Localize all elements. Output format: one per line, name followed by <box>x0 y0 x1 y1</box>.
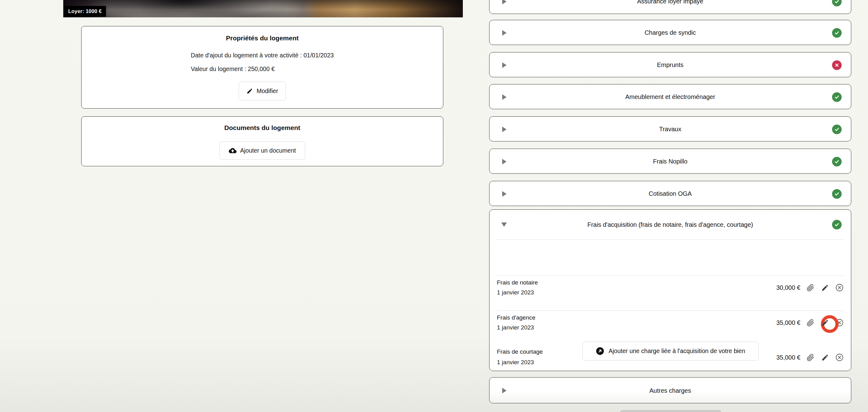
accordion-header[interactable]: Ameublement et électroménager <box>490 84 851 110</box>
status-ok-icon <box>832 0 842 6</box>
divider <box>497 311 843 311</box>
accordion-emprunts: Emprunts <box>489 52 851 77</box>
properties-card: Propriétés du logement Date d'ajout du l… <box>81 26 443 109</box>
divider <box>497 239 843 240</box>
accordion-header[interactable]: Frais d'acquisition (frais de notaire, f… <box>490 210 851 239</box>
edit-button-label: Modifier <box>257 87 278 95</box>
fee-name: Frais d'agence <box>497 313 535 322</box>
accordion-autres-charges: Autres charges <box>489 377 851 403</box>
attachment-icon[interactable] <box>806 318 815 327</box>
documents-card: Documents du logement Ajouter un documen… <box>81 116 443 166</box>
status-ok-icon <box>832 157 842 166</box>
fee-date: 1 janvier 2023 <box>497 288 534 297</box>
chevron-right-icon <box>502 191 506 197</box>
add-acquisition-charge-button[interactable]: Ajouter une charge liée à l'acquisition … <box>583 342 758 360</box>
pencil-icon <box>246 88 253 94</box>
accordion-frais-nopillo: Frais Nopillo <box>489 149 851 174</box>
add-document-label: Ajouter un document <box>240 147 296 154</box>
chevron-right-icon <box>502 159 506 165</box>
accordion-label: Charges de syndic <box>517 20 823 45</box>
status-ok-icon <box>832 189 842 199</box>
accordion-label: Autres charges <box>517 378 823 404</box>
accordion-ameublement: Ameublement et électroménager <box>489 84 851 109</box>
below-fold-element[interactable] <box>620 410 721 412</box>
status-ok-icon <box>832 28 842 37</box>
fee-amount: 35,000 € <box>776 354 800 361</box>
chevron-right-icon <box>502 0 506 4</box>
arrow-up-right-circle-icon <box>596 347 604 355</box>
edit-icon[interactable] <box>820 283 830 292</box>
accordion-label: Frais Nopillo <box>517 149 823 174</box>
edit-icon[interactable] <box>820 318 830 327</box>
chevron-right-icon <box>502 62 506 68</box>
chevron-right-icon <box>502 388 506 393</box>
delete-icon[interactable] <box>835 283 844 292</box>
accordion-header[interactable]: Autres charges <box>490 378 851 404</box>
divider <box>497 275 843 276</box>
accordion-label: Ameublement et électroménager <box>517 84 823 110</box>
chevron-right-icon <box>502 30 506 36</box>
edit-property-button[interactable]: Modifier <box>239 82 286 100</box>
accordion-label: Emprunts <box>517 53 823 78</box>
accordion-header[interactable]: Travaux <box>490 117 851 142</box>
accordion-header[interactable]: Cotisation OGA <box>490 181 851 206</box>
accordion-assurance-loyer-impaye: Assurance loyer impayé <box>489 0 851 14</box>
fee-date: 1 janvier 2023 <box>497 323 534 332</box>
fee-name: Frais de notaire <box>497 278 538 287</box>
chevron-right-icon <box>502 126 506 132</box>
status-ok-icon <box>832 220 842 230</box>
attachment-icon[interactable] <box>806 283 815 292</box>
property-added-date: Date d'ajout du logement à votre activit… <box>191 51 334 60</box>
add-document-button[interactable]: Ajouter un document <box>219 142 305 160</box>
accordion-charges-de-syndic: Charges de syndic <box>489 20 851 45</box>
accordion-frais-acquisition: Frais d'acquisition (frais de notaire, f… <box>489 209 851 371</box>
accordion-label: Cotisation OGA <box>517 181 823 206</box>
rent-badge: Loyer: 1000 € <box>64 6 106 17</box>
status-error-icon <box>832 60 842 70</box>
chevron-down-icon <box>501 223 507 227</box>
accordion-header[interactable]: Frais Nopillo <box>490 149 851 174</box>
fee-amount: 35,000 € <box>776 319 800 326</box>
chevron-right-icon <box>502 94 506 100</box>
properties-card-title: Propriétés du logement <box>82 34 443 42</box>
accordion-header[interactable]: Charges de syndic <box>490 20 851 45</box>
delete-icon[interactable] <box>835 353 844 362</box>
cloud-upload-icon <box>229 147 237 154</box>
accordion-header[interactable]: Emprunts <box>490 53 851 78</box>
edit-icon[interactable] <box>820 353 830 362</box>
property-value: Valeur du logement : 250,000 € <box>191 64 334 73</box>
accordion-label: Frais d'acquisition (frais de notaire, f… <box>517 210 823 239</box>
accordion-label: Assurance loyer impayé <box>517 0 823 14</box>
accordion-label: Travaux <box>517 117 823 142</box>
property-photo: Loyer: 1000 € <box>63 0 463 18</box>
accordion-cotisation-oga: Cotisation OGA <box>489 181 851 206</box>
fee-amount: 30,000 € <box>776 284 800 291</box>
documents-card-title: Documents du logement <box>82 124 443 131</box>
status-ok-icon <box>832 92 842 102</box>
fee-name: Frais de courtage <box>497 347 543 356</box>
attachment-icon[interactable] <box>806 353 815 362</box>
add-charge-label: Ajouter une charge liée à l'acquisition … <box>609 348 745 355</box>
accordion-travaux: Travaux <box>489 116 851 142</box>
fee-date: 1 janvier 2023 <box>497 358 534 367</box>
accordion-header[interactable]: Assurance loyer impayé <box>490 0 851 14</box>
status-ok-icon <box>832 124 842 134</box>
